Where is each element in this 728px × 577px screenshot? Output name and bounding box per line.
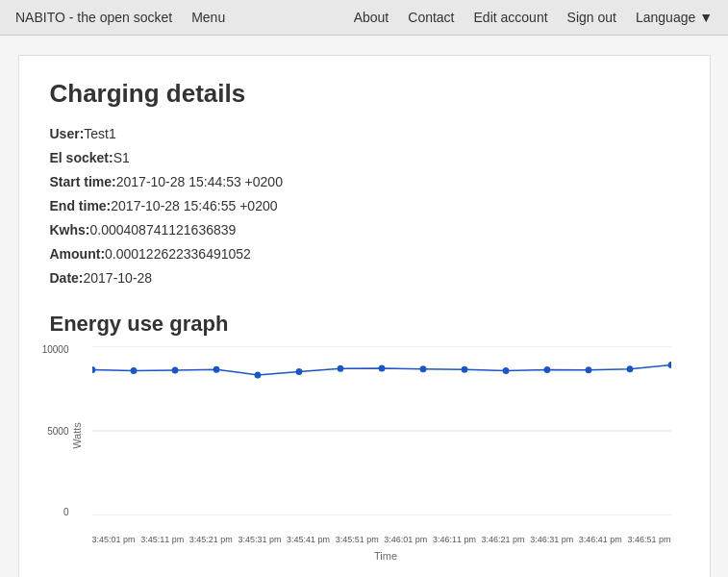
svg-point-4 — [130, 367, 137, 374]
amount-label: Amount: — [50, 246, 106, 262]
start-time-value: 2017-10-28 15:44:53 +0200 — [116, 174, 283, 189]
y-mid-label: 5000 — [47, 426, 68, 437]
svg-point-9 — [337, 365, 343, 372]
navbar-links: About Contact Edit account Sign out Lang… — [354, 10, 713, 25]
svg-point-7 — [254, 371, 261, 378]
x-label-7: 3:46:11 pm — [433, 535, 476, 544]
el-socket-label: El socket: — [50, 150, 113, 165]
kwhs-label: Kwhs: — [50, 222, 90, 238]
start-time-label: Start time: — [50, 174, 116, 189]
end-time-row: End time:2017-10-28 15:46:55 +0200 — [50, 196, 679, 216]
navbar-menu-button[interactable]: Menu — [191, 10, 225, 25]
x-label-2: 3:45:21 pm — [189, 535, 233, 544]
x-label-6: 3:46:01 pm — [384, 535, 427, 544]
svg-point-5 — [171, 367, 178, 374]
amount-value: 0.000122622336491052 — [105, 246, 251, 262]
x-label-9: 3:46:31 pm — [530, 535, 573, 544]
graph-title: Energy use graph — [50, 312, 679, 337]
x-axis-title: Time — [93, 550, 679, 562]
y-axis-title: Watts — [71, 422, 83, 449]
date-row: Date:2017-10-28 — [50, 268, 679, 288]
y-max-label: 10000 — [42, 344, 69, 355]
x-label-0: 3:45:01 pm — [92, 535, 136, 544]
svg-point-16 — [626, 365, 633, 372]
date-label: Date: — [50, 270, 84, 286]
svg-point-3 — [92, 366, 95, 373]
end-time-value: 2017-10-28 15:46:55 +0200 — [111, 198, 277, 213]
navbar: NABITO - the open socket Menu About Cont… — [0, 0, 728, 36]
svg-point-6 — [213, 366, 219, 373]
svg-point-8 — [295, 368, 302, 375]
el-socket-row: El socket:S1 — [50, 148, 679, 168]
navbar-brand: NABITO - the open socket — [15, 10, 172, 25]
el-socket-value: S1 — [113, 150, 130, 165]
graph-wrapper: 10000 5000 0 Watts 3:45:01 pm 3:45:11 pm… — [50, 344, 679, 546]
svg-point-14 — [543, 366, 550, 373]
user-label: User: — [50, 126, 85, 141]
end-time-label: End time: — [50, 198, 112, 213]
kwhs-row: Kwhs:0.000408741121636839 — [50, 220, 679, 240]
x-label-4: 3:45:41 pm — [287, 535, 330, 544]
svg-point-15 — [585, 366, 591, 373]
graph-container: 10000 5000 0 Watts 3:45:01 pm 3:45:11 pm… — [50, 344, 679, 546]
start-time-row: Start time:2017-10-28 15:44:53 +0200 — [50, 172, 679, 192]
x-label-5: 3:45:51 pm — [336, 535, 379, 544]
language-dropdown[interactable]: Language ▼ — [636, 10, 713, 25]
y-min-label: 0 — [63, 507, 69, 517]
kwhs-value: 0.000408741121636839 — [90, 222, 237, 238]
amount-row: Amount:0.000122622336491052 — [50, 244, 679, 264]
main-content: Charging details User:Test1 El socket:S1… — [18, 55, 711, 577]
x-label-8: 3:46:21 pm — [482, 535, 525, 544]
x-label-3: 3:45:31 pm — [238, 535, 281, 544]
navbar-link-sign-out[interactable]: Sign out — [567, 10, 616, 25]
x-label-11: 3:46:51 pm — [627, 535, 670, 544]
energy-chart — [92, 346, 671, 515]
svg-point-11 — [419, 365, 426, 372]
page-title: Charging details — [50, 79, 679, 109]
svg-point-17 — [667, 362, 670, 368]
x-axis-labels: 3:45:01 pm 3:45:11 pm 3:45:21 pm 3:45:31… — [92, 535, 671, 544]
navbar-link-edit-account[interactable]: Edit account — [474, 10, 548, 25]
svg-point-13 — [502, 367, 509, 374]
x-label-10: 3:46:41 pm — [579, 535, 622, 544]
user-row: User:Test1 — [50, 124, 679, 144]
chevron-down-icon: ▼ — [699, 10, 713, 25]
user-value: Test1 — [84, 126, 115, 141]
svg-point-12 — [461, 366, 467, 373]
navbar-link-contact[interactable]: Contact — [408, 10, 454, 25]
svg-point-10 — [378, 364, 385, 371]
date-value: 2017-10-28 — [84, 270, 153, 286]
navbar-link-about[interactable]: About — [354, 10, 389, 25]
x-label-1: 3:45:11 pm — [140, 535, 184, 544]
